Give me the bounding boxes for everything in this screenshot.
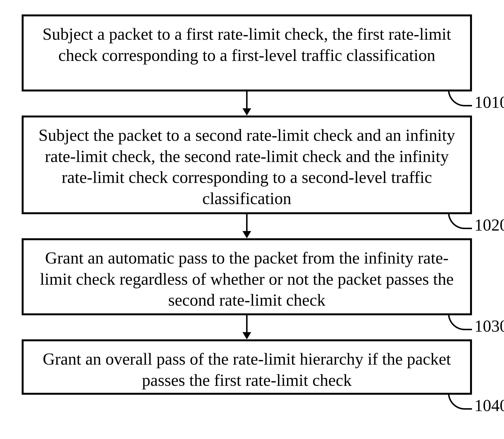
label-1040: 1040 <box>474 397 504 414</box>
arrow-1010-1020-head <box>242 108 251 116</box>
arrow-1020-1030-head <box>242 231 251 238</box>
step-1040: Grant an overall pass of the rate-limit … <box>22 339 472 395</box>
label-1030: 1030 <box>474 318 504 335</box>
arrow-1020-1030-shaft <box>246 214 248 231</box>
flowchart: Subject a packet to a first rate-limit c… <box>0 0 504 439</box>
hook-1010 <box>448 89 472 106</box>
label-1020: 1020 <box>474 217 504 233</box>
arrow-1010-1020-shaft <box>246 91 248 108</box>
step-1040-text: Grant an overall pass of the rate-limit … <box>43 350 451 390</box>
step-1030-text: Grant an automatic pass to the packet fr… <box>40 249 454 309</box>
arrow-1030-1040-shaft <box>246 315 248 332</box>
arrow-1030-1040-head <box>242 332 251 339</box>
hook-1040 <box>448 393 472 410</box>
hook-1030 <box>448 313 472 330</box>
step-1020: Subject the packet to a second rate-limi… <box>22 116 472 214</box>
hook-1020 <box>448 212 472 229</box>
label-1010: 1010 <box>474 94 504 111</box>
step-1010: Subject a packet to a first rate-limit c… <box>22 14 472 91</box>
step-1010-text: Subject a packet to a first rate-limit c… <box>43 25 451 64</box>
step-1020-text: Subject the packet to a second rate-limi… <box>38 126 455 208</box>
step-1030: Grant an automatic pass to the packet fr… <box>22 238 472 315</box>
